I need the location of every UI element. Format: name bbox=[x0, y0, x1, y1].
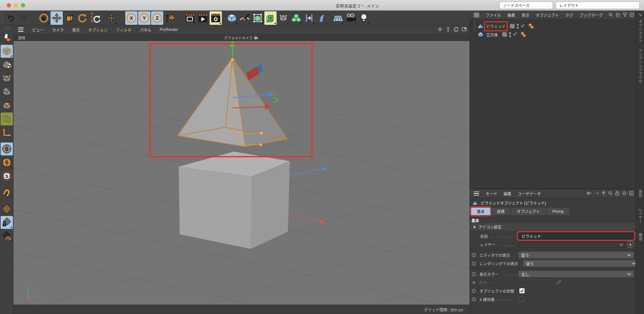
add-panel-icon[interactable] bbox=[629, 191, 634, 197]
layer-chip-icon[interactable] bbox=[502, 32, 507, 37]
om-menu-file[interactable]: ファイル bbox=[486, 12, 501, 18]
render-settings-button[interactable] bbox=[210, 11, 222, 25]
node-space-select[interactable]: ノードスペース ⌄ bbox=[499, 2, 553, 9]
menu-prorender[interactable]: ProRender bbox=[160, 27, 178, 32]
parent-up-icon[interactable] bbox=[601, 191, 606, 197]
phong-tag-icon[interactable] bbox=[521, 32, 526, 37]
phong-tag-icon[interactable] bbox=[529, 24, 534, 29]
layer-dropdown[interactable] bbox=[518, 241, 625, 248]
zoom-button[interactable] bbox=[21, 3, 25, 7]
om-menu-tags[interactable]: タグ bbox=[565, 12, 573, 18]
enabled-check-icon[interactable] bbox=[513, 32, 517, 37]
history-back-icon[interactable] bbox=[587, 191, 592, 196]
axis-mode-button[interactable] bbox=[1, 126, 13, 139]
viewport-3d-view[interactable]: Y Z X bbox=[14, 41, 469, 305]
object-row-pyramid[interactable]: ピラミッド bbox=[470, 22, 636, 30]
tab-structure-vertical[interactable]: 構造 bbox=[636, 233, 644, 241]
render-display-dropdown[interactable]: 従う bbox=[523, 260, 639, 267]
display-color-dropdown[interactable]: なし bbox=[518, 271, 634, 277]
align-workplane-button[interactable] bbox=[1, 230, 13, 242]
camera-label[interactable]: デフォルトカメラ bbox=[224, 35, 259, 40]
live-selection-button[interactable] bbox=[38, 11, 50, 25]
dock-corner-icon[interactable] bbox=[638, 12, 642, 17]
edge-mode-button[interactable] bbox=[1, 85, 13, 98]
eyedropper-icon[interactable] bbox=[556, 280, 561, 285]
palette-drag-handle[interactable] bbox=[3, 26, 11, 30]
keyframe-circle[interactable] bbox=[472, 261, 476, 266]
target-icon[interactable] bbox=[622, 191, 627, 197]
minimize-button[interactable] bbox=[14, 3, 18, 7]
lattice-deformer-button[interactable] bbox=[277, 11, 289, 25]
am-menu-edit[interactable]: 編集 bbox=[504, 191, 511, 196]
lock-icon[interactable] bbox=[615, 191, 620, 197]
xray-checkbox[interactable] bbox=[518, 297, 524, 302]
om-menu-view[interactable]: 表示 bbox=[522, 12, 529, 18]
render-to-picture-viewer-button[interactable] bbox=[197, 11, 209, 25]
extrude-generator-button[interactable] bbox=[264, 11, 277, 25]
menu-view[interactable]: ビュー bbox=[32, 27, 44, 33]
filter-icon[interactable] bbox=[622, 12, 627, 18]
coordinate-system-button[interactable] bbox=[164, 11, 176, 25]
last-used-tool-button[interactable] bbox=[105, 11, 118, 25]
floor-object-button[interactable] bbox=[332, 11, 344, 25]
name-input[interactable]: ピラミッド bbox=[518, 233, 634, 239]
camera-object-button[interactable] bbox=[345, 11, 357, 25]
psr-tool-button[interactable]: PSR bbox=[89, 11, 101, 25]
menu-panel[interactable]: パネル bbox=[140, 27, 151, 33]
menu-filter[interactable]: フィルタ bbox=[116, 27, 131, 33]
editor-display-dropdown[interactable]: 従う bbox=[518, 252, 634, 258]
array-cloner-button[interactable] bbox=[290, 11, 302, 25]
am-menu-mode[interactable]: モード bbox=[486, 191, 497, 196]
om-menu-objects[interactable]: オブジェクト bbox=[536, 12, 559, 18]
keyframe-circle[interactable] bbox=[472, 289, 476, 293]
search-icon[interactable] bbox=[608, 12, 613, 18]
make-editable-button[interactable] bbox=[1, 31, 13, 44]
keyframe-circle[interactable] bbox=[472, 297, 476, 301]
object-name-cube[interactable]: 立方体 bbox=[486, 32, 498, 37]
render-view-button[interactable] bbox=[184, 11, 196, 25]
tab-content-browser-vertical[interactable]: コンテンツブラウザ bbox=[636, 49, 644, 83]
object-row-cube[interactable]: 立方体 bbox=[470, 30, 636, 39]
close-button[interactable] bbox=[7, 3, 11, 7]
polygon-mode-button[interactable] bbox=[1, 99, 13, 112]
history-forward-icon[interactable] bbox=[594, 191, 599, 196]
workplane-button[interactable] bbox=[1, 202, 13, 215]
attribute-menu-icon[interactable] bbox=[474, 191, 479, 196]
scale-tool-button[interactable] bbox=[63, 11, 76, 25]
subdivision-surface-button[interactable] bbox=[251, 11, 264, 25]
layer-picker-button[interactable] bbox=[627, 241, 634, 248]
undo-button[interactable] bbox=[5, 11, 17, 25]
toggle-view-icon[interactable] bbox=[461, 26, 467, 33]
visibility-toggles[interactable] bbox=[517, 23, 519, 29]
keyframe-circle[interactable] bbox=[472, 272, 476, 276]
cube-object[interactable] bbox=[179, 152, 290, 249]
layer-chip-icon[interactable] bbox=[510, 24, 515, 28]
spline-boolean-button[interactable] bbox=[303, 11, 315, 25]
view-pan-icon[interactable] bbox=[437, 26, 443, 33]
tab-phong[interactable]: Phong bbox=[546, 208, 569, 215]
quantize-magnet-button[interactable] bbox=[1, 186, 13, 199]
tab-object[interactable]: オブジェクト bbox=[511, 208, 546, 215]
lock-workplane-button[interactable] bbox=[1, 216, 13, 229]
snap-3d-button[interactable]: S bbox=[1, 170, 13, 182]
redo-button[interactable] bbox=[18, 11, 30, 25]
keyframe-circle[interactable] bbox=[472, 253, 476, 257]
path-home-icon[interactable] bbox=[615, 12, 620, 18]
z-axis-lock-button[interactable]: Z bbox=[151, 11, 163, 25]
point-mode-button[interactable] bbox=[1, 72, 13, 85]
texture-mode-button[interactable] bbox=[1, 58, 13, 71]
bend-deformer-button[interactable] bbox=[316, 11, 328, 25]
tab-objects-vertical[interactable]: オブジェクト bbox=[636, 20, 644, 43]
tab-coordinates[interactable]: 座標 bbox=[491, 208, 510, 215]
snap-settings-button[interactable]: S bbox=[1, 156, 13, 169]
object-name-pyramid[interactable]: ピラミッド bbox=[486, 24, 506, 29]
x-axis-lock-button[interactable]: X bbox=[125, 11, 137, 25]
menu-camera[interactable]: カメラ bbox=[52, 27, 64, 33]
move-tool-button[interactable] bbox=[51, 11, 63, 25]
spline-pen-button[interactable] bbox=[239, 11, 251, 25]
tab-attributes-vertical[interactable]: 属性 bbox=[636, 190, 644, 198]
view-rotate-icon[interactable] bbox=[453, 26, 459, 33]
tab-basic[interactable]: 基本 bbox=[471, 208, 490, 215]
search-icon[interactable] bbox=[608, 191, 613, 197]
rotate-tool-button[interactable] bbox=[76, 11, 89, 25]
